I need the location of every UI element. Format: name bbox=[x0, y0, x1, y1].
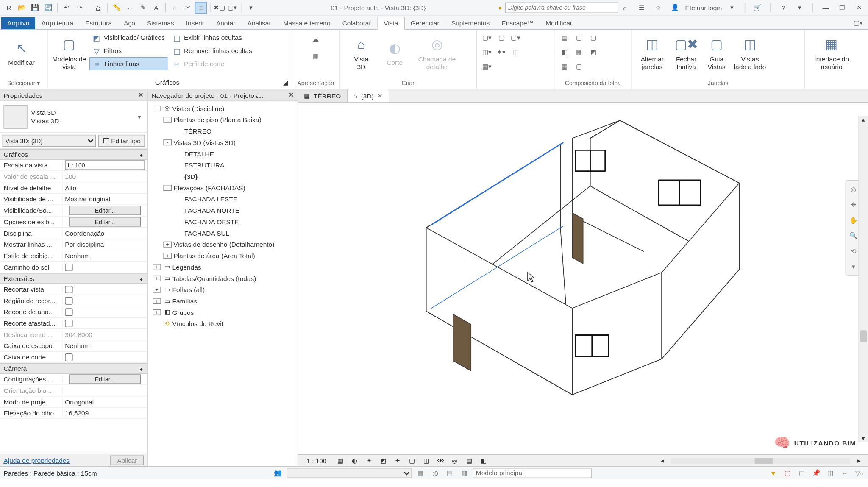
close-inactive-button[interactable]: ▢✖Fechar Inativa bbox=[671, 31, 701, 75]
titleblock-icon[interactable]: ▢ bbox=[587, 31, 600, 44]
visibility-graphics-button[interactable]: ◩Visibilidade/ Gráficos bbox=[89, 31, 167, 44]
sel-filter-icon[interactable]: ▼ bbox=[768, 468, 779, 478]
prop-row[interactable]: Elevação do olho16,5209 bbox=[0, 408, 147, 419]
sel-face-icon[interactable]: ◫ bbox=[825, 468, 836, 478]
legends-icon[interactable]: ✶▾ bbox=[495, 45, 508, 58]
tree-node[interactable]: FACHADA NORTE bbox=[148, 204, 298, 216]
matchline-icon[interactable] bbox=[495, 60, 508, 73]
steering-icon[interactable]: ✥ bbox=[848, 198, 860, 210]
tab-enscape[interactable]: Enscape™ bbox=[495, 17, 540, 29]
render-icon[interactable]: ☁ bbox=[306, 31, 325, 47]
zoom-icon[interactable]: 🔍 bbox=[848, 230, 860, 242]
tree-twisty[interactable]: + bbox=[153, 309, 161, 315]
tab-sistemas[interactable]: Sistemas bbox=[141, 17, 180, 29]
tab-arquitetura[interactable]: Arquitetura bbox=[35, 17, 79, 29]
tree-node[interactable]: -Plantas de piso (Planta Baixa) bbox=[148, 114, 298, 125]
horizontal-scrollbar[interactable] bbox=[671, 458, 850, 464]
star-icon[interactable]: ☆ bbox=[652, 2, 664, 14]
scroll-down-icon[interactable]: ▾ bbox=[859, 434, 868, 442]
view-tab[interactable]: ⌂{3D}✕ bbox=[348, 89, 389, 102]
duplicate-icon[interactable]: ◫▾ bbox=[481, 45, 494, 58]
dimension-icon[interactable]: ↔ bbox=[124, 2, 136, 14]
revisions-icon[interactable]: ◧ bbox=[558, 45, 571, 58]
tree-twisty[interactable]: - bbox=[153, 105, 161, 111]
scroll-thumb[interactable] bbox=[860, 330, 867, 342]
elevation-icon[interactable]: ▢ bbox=[495, 31, 508, 44]
reveal-icon[interactable]: ◧ bbox=[478, 456, 489, 465]
callout-button[interactable]: ◎Chamada de detalhe bbox=[410, 31, 464, 75]
panel-windows-label[interactable]: Janelas bbox=[635, 79, 801, 88]
properties-help-link[interactable]: Ajuda de propriedades bbox=[3, 456, 70, 464]
view-scale[interactable]: 1 : 100 bbox=[302, 457, 331, 464]
tree-node[interactable]: +▭Legendas bbox=[148, 261, 298, 273]
panel-sheet-label[interactable]: Composição da folha bbox=[558, 79, 628, 88]
tree-node[interactable]: TÉRREO bbox=[148, 125, 298, 136]
panel-present-label[interactable]: Apresentação bbox=[296, 79, 336, 88]
tab-estrutura[interactable]: Estrutura bbox=[79, 17, 118, 29]
sync-icon[interactable]: 🔄 bbox=[42, 2, 54, 14]
view-icon[interactable]: ▢ bbox=[572, 31, 585, 44]
edit-type-button[interactable]: 🗔Editar tipo bbox=[99, 135, 145, 147]
prop-checkbox[interactable] bbox=[65, 297, 72, 304]
close-hidden-icon[interactable]: ✖▢ bbox=[214, 2, 225, 14]
undo-icon[interactable]: ↶ bbox=[61, 2, 72, 14]
prop-checkbox[interactable] bbox=[65, 353, 72, 361]
prop-value[interactable]: Nenhum bbox=[63, 252, 147, 259]
tab-anotar[interactable]: Anotar bbox=[210, 17, 242, 29]
view-cube[interactable] bbox=[802, 114, 850, 162]
prop-value[interactable]: Nenhum bbox=[63, 342, 147, 349]
tree-twisty[interactable]: - bbox=[163, 117, 172, 122]
design-options-combo[interactable]: Modelo principal bbox=[473, 468, 592, 478]
viewref-icon[interactable]: ▦ bbox=[558, 60, 571, 73]
fullnav-icon[interactable]: ◎ bbox=[848, 183, 860, 195]
minimize-icon[interactable]: — bbox=[820, 2, 832, 14]
prop-category[interactable]: Gráficos⬥ bbox=[0, 149, 147, 160]
login-link[interactable]: Efetuar login bbox=[685, 4, 722, 11]
prop-category[interactable]: Câmera⬥ bbox=[0, 363, 147, 374]
prop-row[interactable]: Recortar vista bbox=[0, 284, 147, 295]
prop-row[interactable]: Caixa de escopoNenhum bbox=[0, 340, 147, 352]
tab-aco[interactable]: Aço bbox=[118, 17, 141, 29]
comm-icon[interactable]: ☰ bbox=[636, 2, 648, 14]
viewport[interactable]: ◎ ✥ ✋ 🔍 ⟲ ▾ 🧠UTILIZANDO BIM ▴▾ bbox=[298, 103, 868, 454]
prop-row[interactable]: Mostrar linhas ...Por disciplina bbox=[0, 239, 147, 250]
help-dropdown[interactable]: ▾ bbox=[794, 2, 806, 14]
remove-hidden-button[interactable]: ◫Remover linhas ocultas bbox=[170, 44, 254, 57]
exchange-icon[interactable]: 🛒 bbox=[752, 2, 764, 14]
filter-count-icon[interactable]: ▽₀ bbox=[854, 468, 864, 478]
prop-checkbox[interactable] bbox=[65, 319, 72, 327]
prop-row[interactable]: Visibilidade/So...Editar... bbox=[0, 205, 147, 217]
tree-node[interactable]: +◧Grupos bbox=[148, 306, 298, 318]
area-plan-icon[interactable] bbox=[509, 60, 522, 73]
prop-edit-button[interactable]: Editar... bbox=[69, 374, 141, 384]
show-hidden-button[interactable]: ◫Exibir linhas ocultas bbox=[170, 31, 254, 44]
main-model-icon[interactable]: ▤ bbox=[444, 468, 455, 478]
tile-views-button[interactable]: ◫Vistas lado a lado bbox=[732, 31, 768, 75]
worksets-icon[interactable]: 👥 bbox=[273, 468, 283, 478]
tree-node[interactable]: {3D} bbox=[148, 170, 298, 182]
tree-node[interactable]: +▭Folhas (all) bbox=[148, 284, 298, 295]
nav-more-icon[interactable]: ▾ bbox=[848, 261, 860, 273]
prop-row[interactable]: Orientação blo... bbox=[0, 385, 147, 397]
prop-value[interactable]: Mostrar original bbox=[63, 195, 147, 203]
drag-icon[interactable]: ↔ bbox=[839, 468, 850, 478]
user-icon[interactable]: 👤 bbox=[669, 2, 681, 14]
prop-value[interactable]: Ortogonal bbox=[63, 398, 147, 406]
instance-selector[interactable]: Vista 3D: {3D} bbox=[3, 135, 96, 147]
panel-create-label[interactable]: Criar bbox=[343, 79, 473, 88]
browser-close-icon[interactable]: ✕ bbox=[289, 91, 294, 99]
tree-twisty[interactable]: - bbox=[163, 184, 172, 190]
tree-node[interactable]: -Elevações (FACHADAS) bbox=[148, 182, 298, 193]
measure-icon[interactable]: 📏 bbox=[111, 2, 123, 14]
tree-twisty[interactable]: - bbox=[163, 139, 172, 145]
tree-twisty[interactable]: + bbox=[153, 275, 161, 281]
prop-input[interactable] bbox=[65, 160, 145, 170]
revit-logo-icon[interactable]: R bbox=[3, 2, 15, 14]
close-icon[interactable]: ✕ bbox=[853, 2, 865, 14]
prop-row[interactable]: Recorte afastad... bbox=[0, 318, 147, 329]
prop-row[interactable]: Caminho do sol bbox=[0, 262, 147, 273]
sunpath-icon[interactable]: ☀ bbox=[364, 456, 374, 465]
drafting-icon[interactable]: ▢▾ bbox=[509, 31, 522, 44]
tab-file[interactable]: Arquivo bbox=[1, 17, 36, 29]
tab-gerenciar[interactable]: Gerenciar bbox=[405, 17, 445, 29]
